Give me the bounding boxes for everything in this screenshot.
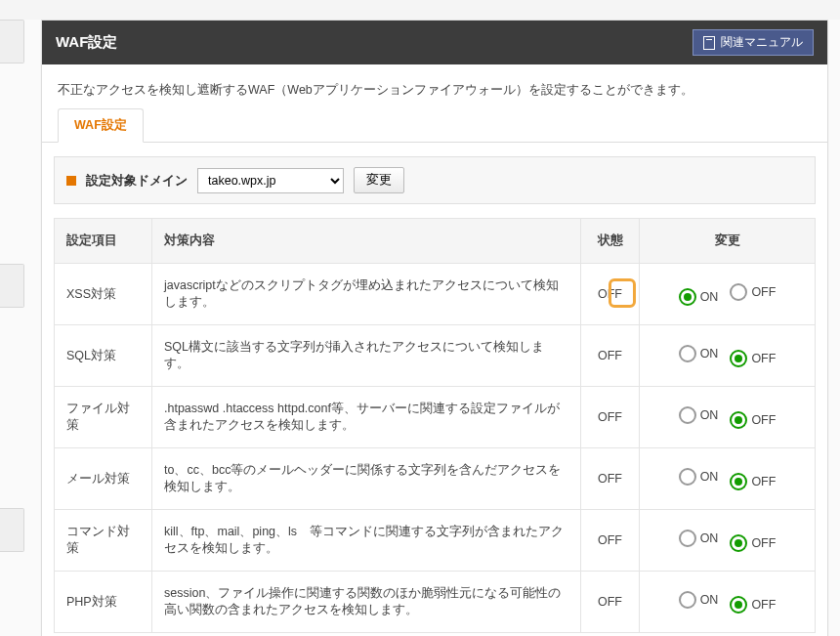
cell-item-name: ファイル対策: [55, 387, 152, 448]
radio-off-label: OFF: [751, 352, 776, 365]
radio-on[interactable]: ON: [679, 468, 719, 486]
radio-on-label: ON: [700, 347, 719, 360]
cell-change: ONOFF: [640, 510, 816, 572]
cell-content: SQL構文に該当する文字列が挿入されたアクセスについて検知します。: [152, 325, 581, 387]
th-state: 状態: [581, 219, 640, 264]
left-decorations: [0, 20, 24, 636]
radio-on-label: ON: [700, 290, 719, 304]
radio-off[interactable]: OFF: [730, 473, 776, 490]
radio-circle-icon: [730, 283, 747, 301]
cell-state: OFF: [581, 448, 640, 510]
tab-waf-settings[interactable]: WAF設定: [58, 108, 144, 143]
radio-circle-icon: [730, 534, 747, 552]
cell-content: to、cc、bcc等のメールヘッダーに関係する文字列を含んだアクセスを検知します…: [152, 448, 581, 510]
th-change: 変更: [640, 219, 816, 264]
radio-on[interactable]: ON: [679, 345, 719, 362]
radio-circle-icon: [730, 350, 747, 367]
radio-on[interactable]: ON: [679, 406, 719, 424]
change-domain-button[interactable]: 変更: [354, 167, 404, 193]
radio-off-label: OFF: [751, 536, 776, 550]
table-row: PHP対策session、ファイル操作に関連する関数のほか脆弱性元になる可能性の…: [55, 572, 816, 633]
cell-state: OFF: [581, 387, 640, 448]
cell-content: kill、ftp、mail、ping、ls 等コマンドに関連する文字列が含まれた…: [152, 510, 581, 572]
radio-off-label: OFF: [751, 598, 776, 612]
table-row: メール対策to、cc、bcc等のメールヘッダーに関係する文字列を含んだアクセスを…: [55, 448, 816, 510]
table-row: コマンド対策kill、ftp、mail、ping、ls 等コマンドに関連する文字…: [55, 510, 816, 572]
th-content: 対策内容: [152, 219, 581, 264]
bullet-icon: [66, 176, 76, 186]
cell-content: .htpasswd .htaccess httpd.conf等、サーバーに関連す…: [152, 387, 581, 448]
manual-link[interactable]: 関連マニュアル: [693, 29, 814, 56]
radio-off[interactable]: OFF: [730, 283, 776, 301]
radio-on[interactable]: ON: [679, 288, 719, 306]
main-panel: WAF設定 関連マニュアル 不正なアクセスを検知し遮断するWAF（Webアプリケ…: [41, 20, 828, 636]
highlight-box: [609, 278, 636, 308]
radio-circle-icon: [679, 288, 696, 306]
radio-circle-icon: [679, 345, 696, 362]
cell-state: OFF: [581, 572, 640, 633]
radio-off[interactable]: OFF: [730, 350, 776, 367]
domain-label: 設定対象ドメイン: [86, 172, 188, 190]
radio-off[interactable]: OFF: [730, 411, 776, 429]
radio-off-label: OFF: [751, 413, 776, 427]
radio-circle-icon: [730, 473, 747, 490]
cell-item-name: PHP対策: [55, 572, 152, 633]
domain-select[interactable]: takeo.wpx.jp: [197, 168, 344, 193]
radio-on[interactable]: ON: [679, 530, 719, 547]
radio-circle-icon: [679, 530, 696, 547]
cell-change: ONOFF: [640, 325, 816, 387]
radio-on-label: ON: [700, 531, 719, 545]
cell-change: ONOFF: [640, 448, 816, 510]
radio-on-label: ON: [700, 408, 719, 422]
manual-link-label: 関連マニュアル: [721, 34, 803, 51]
cell-content: javascriptなどのスクリプトタグが埋め込まれたアクセスについて検知します…: [152, 264, 581, 325]
radio-off-label: OFF: [751, 475, 776, 488]
cell-change: ONOFF: [640, 572, 816, 633]
cell-change: ONOFF: [640, 264, 816, 325]
table-row: ファイル対策.htpasswd .htaccess httpd.conf等、サー…: [55, 387, 816, 448]
radio-circle-icon: [679, 468, 696, 486]
radio-off-label: OFF: [751, 285, 776, 299]
cell-state: OFF: [581, 325, 640, 387]
domain-selector-bar: 設定対象ドメイン takeo.wpx.jp 変更: [54, 156, 816, 204]
table-row: SQL対策SQL構文に該当する文字列が挿入されたアクセスについて検知します。OF…: [55, 325, 816, 387]
cell-item-name: XSS対策: [55, 264, 152, 325]
radio-on-label: ON: [700, 593, 719, 607]
waf-table: 設定項目 対策内容 状態 変更 XSS対策javascriptなどのスクリプトタ…: [54, 218, 816, 633]
book-icon: [703, 36, 715, 50]
cell-item-name: SQL対策: [55, 325, 152, 387]
tab-row: WAF設定: [42, 108, 827, 143]
th-item: 設定項目: [55, 219, 152, 264]
radio-on[interactable]: ON: [679, 591, 719, 609]
radio-circle-icon: [679, 591, 696, 609]
panel-header: WAF設定 関連マニュアル: [42, 21, 827, 64]
cell-state: OFF: [581, 510, 640, 572]
radio-off[interactable]: OFF: [730, 596, 776, 614]
cell-content: session、ファイル操作に関連する関数のほか脆弱性元になる可能性の高い関数の…: [152, 572, 581, 633]
cell-change: ONOFF: [640, 387, 816, 448]
page-description: 不正なアクセスを検知し遮断するWAF（Webアプリケーションファイアウォール）を…: [42, 64, 827, 108]
cell-state: OFF: [581, 264, 640, 325]
cell-item-name: コマンド対策: [55, 510, 152, 572]
radio-off[interactable]: OFF: [730, 534, 776, 552]
table-row: XSS対策javascriptなどのスクリプトタグが埋め込まれたアクセスについて…: [55, 264, 816, 325]
radio-circle-icon: [679, 406, 696, 424]
radio-on-label: ON: [700, 470, 719, 484]
page-title: WAF設定: [56, 33, 117, 52]
cell-item-name: メール対策: [55, 448, 152, 510]
radio-circle-icon: [730, 411, 747, 429]
radio-circle-icon: [730, 596, 747, 614]
